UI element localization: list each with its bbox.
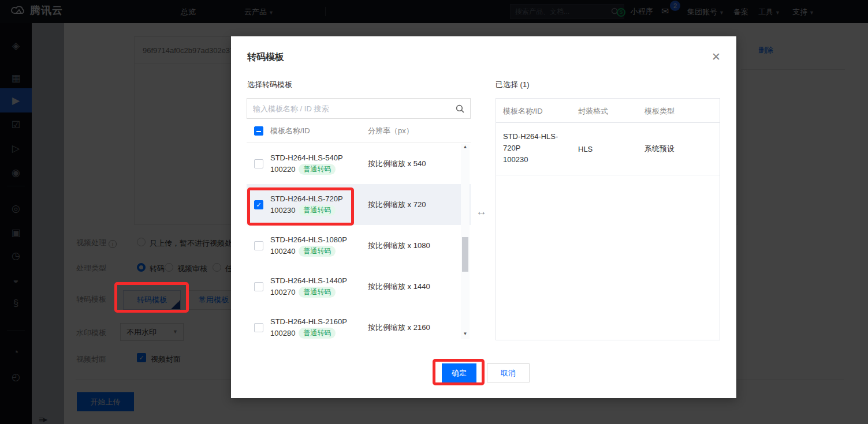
template-type-tag: 普通转码 [299, 246, 336, 257]
template-resolution: 按比例缩放 x 720 [368, 200, 426, 210]
template-type-tag: 普通转码 [299, 287, 336, 298]
template-id: 100220 [270, 163, 295, 175]
template-resolution: 按比例缩放 x 1080 [368, 241, 430, 251]
template-info: STD-H264-HLS-1440P100270普通转码 [270, 275, 347, 298]
template-type-tag: 普通转码 [299, 328, 336, 339]
scrollbar-thumb[interactable] [462, 237, 468, 272]
scroll-up-icon[interactable]: ▲ [461, 144, 470, 152]
col-header-type: 模板类型 [645, 106, 675, 117]
template-name: STD-H264-HLS-720P [270, 193, 343, 204]
row-checkbox[interactable] [254, 323, 263, 332]
cancel-button[interactable]: 取消 [487, 363, 530, 382]
scroll-down-icon[interactable]: ▼ [461, 331, 470, 339]
template-id: 100280 [270, 327, 295, 339]
template-id-line: 100240普通转码 [270, 245, 347, 257]
template-search-input[interactable] [253, 104, 456, 113]
template-id-line: 100270普通转码 [270, 286, 347, 298]
template-list-header: 模板名称/ID 分辨率（px） [247, 119, 471, 143]
confirm-button[interactable]: 确定 [442, 363, 476, 382]
col-header-resolution: 分辨率（px） [368, 126, 413, 136]
col-header-name: 模板名称/ID [270, 126, 310, 136]
template-name: STD-H264-HLS-1440P [270, 275, 347, 286]
left-panel-label: 选择转码模板 [247, 80, 292, 90]
template-row[interactable]: STD-H264-HLS-2160P100280普通转码按比例缩放 x 2160 [247, 307, 471, 340]
template-type-tag: 普通转码 [299, 205, 336, 216]
template-info: STD-H264-HLS-720P100230普通转码 [270, 193, 343, 216]
selected-type: 系统预设 [645, 144, 675, 154]
transcode-template-modal: 转码模板 ✕ 选择转码模板 模板名称/ID 分辨率（px） STD-H264-H… [231, 36, 736, 398]
transfer-arrows-icon: ↔ [476, 205, 487, 218]
selected-id: 100230 [503, 154, 573, 166]
template-resolution: 按比例缩放 x 2160 [368, 322, 430, 333]
template-info: STD-H264-HLS-540P100220普通转码 [270, 152, 343, 175]
template-info: STD-H264-HLS-1080P100240普通转码 [270, 234, 347, 257]
template-name: STD-H264-HLS-2160P [270, 316, 347, 327]
template-id: 100270 [270, 286, 295, 298]
scrollbar[interactable]: ▲ ▼ [461, 144, 470, 339]
row-checkbox[interactable] [254, 282, 263, 291]
template-id-line: 100230普通转码 [270, 204, 343, 216]
row-checkbox[interactable]: ✓ [254, 200, 263, 209]
template-row[interactable]: ✓STD-H264-HLS-720P100230普通转码按比例缩放 x 720 [247, 184, 471, 225]
template-name: STD-H264-HLS-540P [270, 152, 343, 163]
row-checkbox[interactable] [254, 241, 263, 250]
template-list: STD-H264-HLS-540P100220普通转码按比例缩放 x 540✓S… [247, 143, 471, 340]
select-all-checkbox[interactable] [254, 126, 263, 136]
selected-row: STD-H264-HLS-720P100230HLS系统预设 [496, 123, 720, 175]
close-icon[interactable]: ✕ [711, 50, 721, 63]
template-name: STD-H264-HLS-1080P [270, 234, 347, 245]
template-type-tag: 普通转码 [299, 164, 336, 175]
template-id-line: 100280普通转码 [270, 327, 347, 339]
selected-name-id: STD-H264-HLS-720P100230 [503, 131, 573, 166]
template-info: STD-H264-HLS-2160P100280普通转码 [270, 316, 347, 339]
template-resolution: 按比例缩放 x 1440 [368, 282, 430, 292]
search-icon[interactable] [456, 104, 464, 113]
template-row[interactable]: STD-H264-HLS-1440P100270普通转码按比例缩放 x 1440 [247, 266, 471, 307]
modal-title: 转码模板 [247, 51, 284, 63]
template-id: 100240 [270, 245, 295, 257]
template-search-box[interactable] [247, 98, 471, 119]
template-id-line: 100220普通转码 [270, 163, 343, 175]
right-panel-label: 已选择 (1) [496, 80, 530, 90]
selected-name: STD-H264-HLS-720P [503, 131, 573, 154]
col-header-format: 封装格式 [578, 106, 608, 117]
template-id: 100230 [270, 204, 295, 216]
row-checkbox[interactable] [254, 159, 263, 168]
selected-format: HLS [578, 145, 593, 153]
selected-table: 模板名称/ID 封装格式 模板类型 STD-H264-HLS-720P10023… [496, 98, 720, 340]
template-row[interactable]: STD-H264-HLS-540P100220普通转码按比例缩放 x 540 [247, 143, 471, 184]
template-row[interactable]: STD-H264-HLS-1080P100240普通转码按比例缩放 x 1080 [247, 225, 471, 266]
selected-table-header: 模板名称/ID 封装格式 模板类型 [496, 99, 720, 123]
col-header-name: 模板名称/ID [503, 106, 543, 117]
template-resolution: 按比例缩放 x 540 [368, 159, 426, 169]
